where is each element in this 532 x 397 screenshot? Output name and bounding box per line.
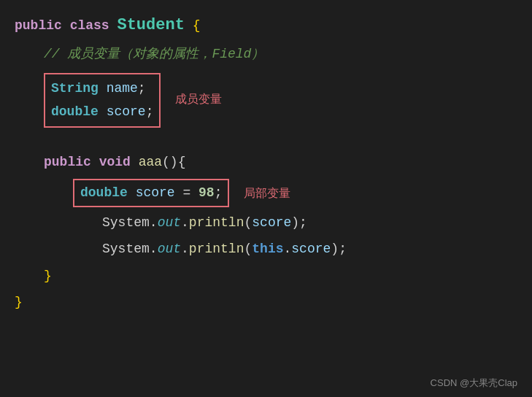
member-variable-box: String name ; double score ;: [44, 73, 161, 128]
keyword-public-2: public: [44, 151, 91, 174]
sys-out-2: out: [158, 238, 181, 261]
label-member: 成员变量: [175, 89, 222, 109]
keyword-class: class: [70, 15, 109, 38]
class-name: Student: [117, 12, 184, 40]
type-double-local: double: [80, 182, 128, 205]
line-close-class: }: [15, 291, 517, 315]
keyword-void: void: [99, 151, 131, 174]
number-98: 98: [198, 182, 215, 205]
line-1: public class Student {: [15, 12, 517, 40]
label-local: 局部变量: [244, 183, 290, 203]
var-score: score: [107, 101, 146, 124]
var-score-local: score: [136, 182, 175, 205]
brace-open: {: [185, 15, 201, 38]
this-score: score: [291, 238, 331, 261]
sys-class: System.: [102, 212, 158, 235]
code-container: public class Student { // 成员变量（对象的属性，Fie…: [0, 0, 532, 325]
println-method: println: [189, 212, 244, 235]
score-arg: score: [252, 212, 291, 235]
line-sys2: System. out . println ( this . score );: [102, 238, 517, 261]
line-close-method: }: [44, 265, 517, 288]
member-var-2: double score ;: [51, 101, 153, 124]
sys-class-2: System.: [102, 238, 158, 261]
sys-out: out: [158, 212, 181, 235]
brace-close-method: }: [44, 265, 52, 288]
keyword-public: public: [15, 15, 62, 38]
comment-text: // 成员变量（对象的属性，Field）: [44, 43, 264, 66]
type-double: double: [51, 101, 99, 124]
println-method-2: println: [189, 238, 244, 261]
line-comment: // 成员变量（对象的属性，Field）: [44, 43, 517, 66]
spacer-1: [15, 128, 517, 138]
member-var-1: String name ;: [51, 77, 153, 101]
local-var-line: double score = 98 ;: [80, 182, 222, 205]
line-method: public void aaa (){: [44, 151, 517, 174]
brace-close-class: }: [15, 291, 23, 315]
type-string: String: [51, 77, 99, 101]
var-name: name: [107, 77, 138, 101]
local-variable-box: double score = 98 ;: [73, 179, 229, 208]
method-name: aaa: [139, 151, 162, 174]
this-keyword: this: [252, 238, 283, 261]
line-sys1: System. out . println ( score );: [102, 212, 517, 235]
watermark: CSDN @大果壳Clap: [431, 377, 517, 390]
spacer-2: [15, 138, 517, 148]
